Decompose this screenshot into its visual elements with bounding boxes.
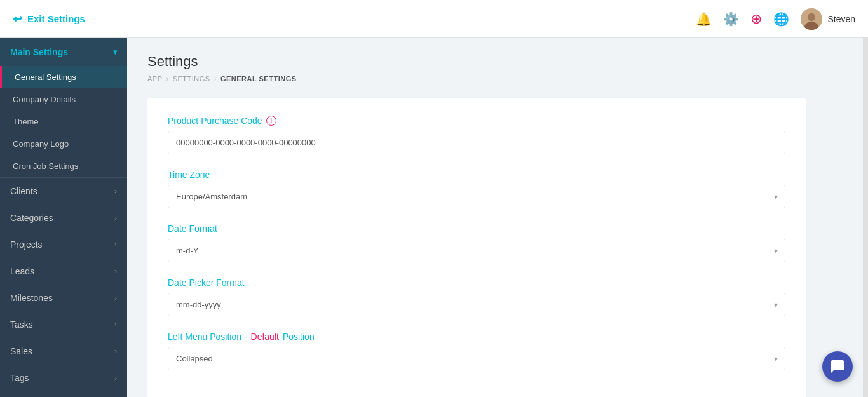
header-right: 🔔 ⚙️ ⊕ 🌐 Steven: [696, 8, 855, 30]
left-menu-position-group: Left Menu Position - Default Position Co…: [168, 332, 785, 370]
sidebar-nav-label: Categories: [10, 213, 53, 223]
main-settings-section: Main Settings ▾ General Settings Company…: [0, 38, 127, 178]
exit-icon: ↩: [13, 12, 22, 26]
chat-button[interactable]: [822, 351, 853, 382]
sidebar-nav-label: Tasks: [10, 320, 33, 330]
top-header: ↩ Exit Settings 🔔 ⚙️ ⊕ 🌐 Steven: [0, 0, 868, 38]
page-title: Settings: [147, 53, 806, 70]
gear-icon[interactable]: ⚙️: [723, 11, 739, 27]
chevron-right-icon: ›: [114, 240, 117, 249]
time-zone-group: Time Zone Europe/Amsterdam UTC America/N…: [168, 170, 785, 208]
settings-card: Product Purchase Code i Time Zone Europe…: [147, 98, 806, 397]
left-menu-position-select-wrapper: Collapsed Expanded ▾: [168, 347, 785, 370]
date-picker-format-select[interactable]: mm-dd-yyyy dd-mm-yyyy yyyy-mm-dd: [168, 293, 785, 316]
sidebar-item-theme[interactable]: Theme: [0, 111, 127, 133]
breadcrumb-sep-2: ›: [214, 75, 217, 83]
date-format-group: Date Format m-d-Y d-m-Y Y-m-d ▾: [168, 224, 785, 262]
main-layout: Main Settings ▾ General Settings Company…: [0, 38, 868, 397]
svg-point-1: [808, 13, 815, 21]
user-menu[interactable]: Steven: [801, 8, 855, 30]
breadcrumb-current: GENERAL SETTINGS: [220, 75, 297, 83]
chevron-right-icon: ›: [114, 267, 117, 276]
sidebar-item-sales[interactable]: Sales ›: [0, 338, 127, 365]
globe-icon[interactable]: 🌐: [773, 11, 789, 27]
sidebar-nav-label: Sales: [10, 346, 32, 356]
sidebar-item-categories[interactable]: Categories ›: [0, 205, 127, 231]
breadcrumb-app: APP: [147, 75, 163, 83]
date-format-label: Date Format: [168, 224, 785, 234]
product-purchase-code-label: Product Purchase Code i: [168, 116, 785, 126]
main-settings-label: Main Settings: [10, 47, 68, 57]
sidebar-item-clients[interactable]: Clients ›: [0, 178, 127, 205]
sidebar-item-milestones[interactable]: Milestones ›: [0, 285, 127, 311]
sidebar-sub-label: Company Details: [13, 95, 76, 104]
sidebar-item-tags[interactable]: Tags ›: [0, 365, 127, 391]
left-menu-position-select[interactable]: Collapsed Expanded: [168, 347, 785, 370]
sidebar-sub-label: General Settings: [15, 72, 76, 82]
sidebar-nav-label: Tags: [10, 373, 29, 383]
exit-settings-label: Exit Settings: [27, 13, 85, 24]
breadcrumb-sep-1: ›: [166, 75, 169, 83]
sidebar-item-projects[interactable]: Projects ›: [0, 231, 127, 258]
breadcrumb-settings: SETTINGS: [173, 75, 210, 83]
time-zone-select-wrapper: Europe/Amsterdam UTC America/New_York As…: [168, 185, 785, 208]
sidebar-item-tasks[interactable]: Tasks ›: [0, 311, 127, 338]
sidebar-nav-label: Projects: [10, 239, 43, 250]
bell-icon[interactable]: 🔔: [696, 11, 712, 27]
time-zone-label: Time Zone: [168, 170, 785, 180]
product-purchase-code-input[interactable]: [168, 131, 785, 154]
sidebar-item-company-logo[interactable]: Company Logo: [0, 133, 127, 155]
sidebar-sub-label: Cron Job Settings: [13, 161, 78, 171]
main-settings-toggle[interactable]: Main Settings ▾: [0, 38, 127, 66]
chevron-right-icon: ›: [114, 320, 117, 329]
plus-circle-icon[interactable]: ⊕: [750, 11, 762, 27]
sidebar-sub-label: Company Logo: [13, 139, 69, 149]
chevron-right-icon: ›: [114, 373, 117, 382]
sidebar-item-leads[interactable]: Leads ›: [0, 258, 127, 285]
sidebar-nav-label: Clients: [10, 186, 37, 196]
scrollbar[interactable]: [863, 38, 868, 397]
sidebar-nav-label: Leads: [10, 266, 34, 276]
chevron-right-icon: ›: [114, 187, 117, 196]
exit-settings-button[interactable]: ↩ Exit Settings: [13, 12, 85, 26]
chevron-right-icon: ›: [114, 347, 117, 356]
date-format-select[interactable]: m-d-Y d-m-Y Y-m-d: [168, 239, 785, 262]
date-picker-format-label: Date Picker Format: [168, 278, 785, 288]
info-icon[interactable]: i: [266, 116, 276, 126]
time-zone-select[interactable]: Europe/Amsterdam UTC America/New_York As…: [168, 185, 785, 208]
sidebar: Main Settings ▾ General Settings Company…: [0, 38, 127, 397]
date-format-select-wrapper: m-d-Y d-m-Y Y-m-d ▾: [168, 239, 785, 262]
chevron-down-icon: ▾: [113, 48, 117, 57]
avatar: [801, 8, 822, 30]
sidebar-sub-label: Theme: [13, 117, 38, 126]
content-area: Settings APP › SETTINGS › GENERAL SETTIN…: [127, 38, 863, 397]
date-picker-format-group: Date Picker Format mm-dd-yyyy dd-mm-yyyy…: [168, 278, 785, 316]
chevron-right-icon: ›: [114, 213, 117, 222]
user-name: Steven: [827, 14, 855, 24]
sidebar-item-cron-job-settings[interactable]: Cron Job Settings: [0, 155, 127, 177]
default-highlight: Default: [251, 332, 279, 342]
chevron-right-icon: ›: [114, 293, 117, 302]
sidebar-item-general-settings[interactable]: General Settings: [0, 66, 127, 88]
chat-icon: [830, 359, 845, 374]
left-menu-position-label: Left Menu Position - Default Position: [168, 332, 785, 342]
breadcrumb: APP › SETTINGS › GENERAL SETTINGS: [147, 75, 806, 83]
sidebar-item-company-details[interactable]: Company Details: [0, 88, 127, 111]
sidebar-nav-label: Milestones: [10, 293, 53, 303]
date-picker-format-select-wrapper: mm-dd-yyyy dd-mm-yyyy yyyy-mm-dd ▾: [168, 293, 785, 316]
product-purchase-code-group: Product Purchase Code i: [168, 116, 785, 154]
